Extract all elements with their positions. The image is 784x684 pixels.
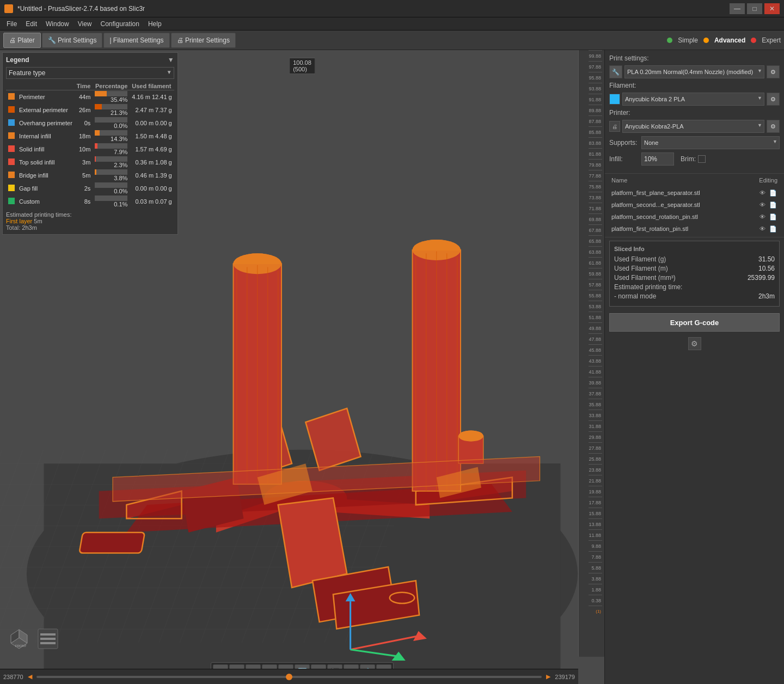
filament-select-wrapper[interactable]: Anycubic Kobra 2 PLA: [622, 93, 764, 106]
obj-row-4[interactable]: platform_first_rotation_pin.stl 👁 📄: [609, 223, 780, 235]
sliced-row-1: Used Filament (g) 31.50: [614, 255, 775, 263]
ruler-tick: 81.88: [589, 148, 602, 159]
feature-type-select-wrapper[interactable]: Feature type: [6, 67, 174, 79]
printer-settings-gear[interactable]: ⚙: [767, 120, 780, 133]
obj-list-edit-header: Editing: [759, 177, 777, 184]
ruler-tick: 47.88: [589, 333, 602, 344]
feature-time: 18m: [75, 130, 93, 143]
ruler-tick: 21.88: [589, 475, 602, 486]
svg-rect-63: [40, 633, 56, 636]
print-profile-select-wrapper[interactable]: PLA 0.20mm Normal(0.4mm Nozzle) (modifie…: [624, 65, 764, 78]
feature-pct: 2.3%: [93, 156, 130, 169]
close-button[interactable]: ✕: [764, 3, 780, 14]
supports-select[interactable]: None: [641, 136, 780, 149]
menu-window[interactable]: Window: [41, 19, 74, 29]
menu-configuration[interactable]: Configuration: [96, 19, 144, 29]
simple-mode-label[interactable]: Simple: [678, 36, 698, 44]
feature-color-swatch: [8, 93, 15, 100]
tab-print-settings[interactable]: 🔧 Print Settings: [42, 33, 103, 48]
supports-row: Supports: None: [609, 136, 780, 149]
ruler-tick: 1.88: [589, 584, 602, 595]
ruler-tick: 65.88: [589, 235, 602, 246]
ruler-tick: 91.88: [589, 94, 602, 105]
settings-gear-button[interactable]: ⚙: [688, 337, 701, 350]
obj-name-1: platform_first_plane_separator.stl: [611, 190, 758, 196]
printer-select-row: 🖨 Anycubic Kobra2-PLA ⚙: [609, 120, 780, 133]
maximize-button[interactable]: □: [747, 3, 762, 14]
ruler-tick: 3.88: [589, 573, 602, 584]
legend-toggle[interactable]: ▼: [168, 56, 174, 64]
menu-view[interactable]: View: [74, 19, 96, 29]
print-settings-gear[interactable]: ⚙: [767, 65, 780, 78]
obj-eye-icon-4[interactable]: 👁: [758, 224, 767, 233]
feature-time: 8s: [75, 195, 93, 208]
filament-row: Filament:: [609, 82, 780, 89]
coord-right: 239179: [555, 674, 575, 680]
ruler-tick: 57.88: [589, 279, 602, 290]
menu-edit[interactable]: Edit: [21, 19, 41, 29]
feature-name: Overhang perimeter: [17, 117, 75, 130]
obj-row-2[interactable]: platform_second...e_separator.stl 👁 📄: [609, 199, 780, 211]
ruler-tick: 61.88: [589, 257, 602, 268]
filament-select[interactable]: Anycubic Kobra 2 PLA: [622, 93, 764, 106]
feature-filament: 2.47 m 7.37 g: [130, 103, 174, 117]
ruler-tick: 41.88: [589, 366, 602, 377]
sliced-row-2: Used Filament (m) 10.56: [614, 265, 775, 272]
printer-select-wrapper[interactable]: Anycubic Kobra2-PLA: [622, 120, 764, 133]
obj-eye-icon-1[interactable]: 👁: [758, 188, 767, 197]
obj-edit-icon-4[interactable]: 📄: [769, 224, 777, 233]
feature-time: 26m: [75, 103, 93, 117]
ruler-tick: 17.88: [589, 497, 602, 508]
slider-thumb[interactable]: [286, 674, 292, 680]
minimize-button[interactable]: —: [730, 3, 745, 14]
feature-pct: 14.3%: [93, 130, 130, 143]
tab-filament-settings[interactable]: | Filament Settings: [103, 33, 169, 48]
menu-file[interactable]: File: [2, 19, 21, 29]
supports-select-wrapper[interactable]: None: [641, 136, 780, 149]
obj-row-3[interactable]: platform_second_rotation_pin.stl 👁 📄: [609, 211, 780, 223]
ruler-tick: 73.88: [589, 192, 602, 203]
obj-edit-icon-1[interactable]: 📄: [769, 188, 777, 197]
tab-plater[interactable]: 🖨 Plater: [3, 33, 41, 48]
obj-row-1[interactable]: platform_first_plane_separator.stl 👁 📄: [609, 187, 780, 199]
obj-eye-icon-2[interactable]: 👁: [758, 200, 767, 209]
print-profile-select[interactable]: PLA 0.20mm Normal(0.4mm Nozzle) (modifie…: [624, 65, 764, 78]
legend-row: External perimeter 26m 21.3% 2.47 m 7.37…: [6, 103, 174, 117]
printer-icon: 🖨: [609, 121, 620, 132]
filament-settings-gear[interactable]: ⚙: [767, 93, 780, 106]
print-profile-icon: 🔧: [609, 65, 622, 78]
obj-edit-icon-2[interactable]: 📄: [769, 200, 777, 209]
feature-color-swatch: [8, 132, 15, 139]
filament-select-row: Anycubic Kobra 2 PLA ⚙: [609, 93, 780, 106]
app-icon: [4, 4, 13, 13]
ruler-current-layer: (1): [589, 606, 602, 616]
layer-view-button[interactable]: [37, 628, 59, 651]
obj-edit-icon-3[interactable]: 📄: [769, 212, 777, 221]
ruler-tick: 93.88: [589, 83, 602, 94]
advanced-mode-label[interactable]: Advanced: [714, 36, 745, 44]
brim-checkbox[interactable]: [698, 155, 706, 163]
ruler-tick: 63.88: [589, 246, 602, 257]
tab-printer-settings[interactable]: 🖨 Printer Settings: [171, 33, 236, 48]
ruler-tick: 25.88: [589, 453, 602, 464]
obj-icons-1: 👁 📄: [758, 188, 777, 197]
printer-select[interactable]: Anycubic Kobra2-PLA: [622, 120, 764, 133]
layer-slider[interactable]: [36, 676, 542, 678]
feature-color-swatch: [8, 185, 15, 191]
feature-type-select[interactable]: Feature type: [6, 67, 174, 79]
viewport-area[interactable]: Legend ▼ Feature type Time Percentage Us…: [0, 50, 604, 684]
expert-mode-label[interactable]: Expert: [762, 36, 781, 44]
est-time-label: Estimated printing time:: [614, 283, 682, 291]
slider-arrow-left[interactable]: ◀: [28, 673, 32, 680]
export-gcode-button[interactable]: Export G-code: [609, 313, 780, 332]
view-cube[interactable]: FRONT: [5, 624, 33, 651]
feature-filament: 1.57 m 4.69 g: [130, 143, 174, 156]
slider-arrow-right[interactable]: ▶: [546, 673, 550, 680]
menu-help[interactable]: Help: [144, 19, 166, 29]
obj-eye-icon-3[interactable]: 👁: [758, 212, 767, 221]
filament-color-swatch[interactable]: [609, 94, 620, 105]
feature-color-swatch: [8, 172, 15, 178]
feature-color-swatch: [8, 198, 15, 204]
estimated-label: Estimated printing times:: [6, 211, 174, 218]
infill-input[interactable]: [641, 152, 674, 166]
